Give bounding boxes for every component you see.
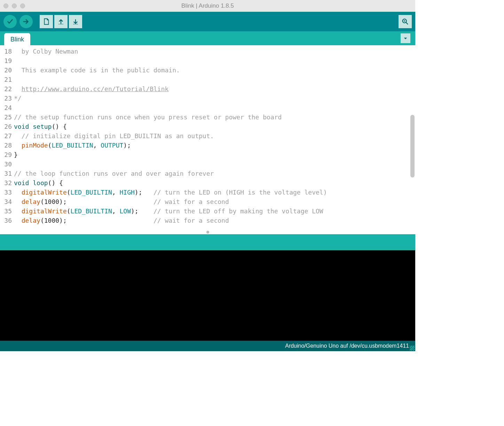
window-titlebar: Blink | Arduino 1.8.5	[0, 0, 415, 12]
code-line[interactable]: digitalWrite(LED_BUILTIN, LOW); // turn …	[14, 206, 415, 216]
code-area[interactable]: by Colby Newman This example code is in …	[14, 45, 415, 234]
new-button[interactable]	[40, 15, 53, 28]
line-number: 30	[0, 159, 12, 169]
code-line[interactable]: // the loop function runs over and over …	[14, 169, 415, 178]
line-number: 25	[0, 112, 12, 122]
code-line[interactable]: http://www.arduino.cc/en/Tutorial/Blink	[14, 84, 415, 94]
code-line[interactable]: delay(1000); // wait for a second	[14, 197, 415, 206]
line-number: 34	[0, 197, 12, 206]
arrow-up-icon	[57, 18, 65, 25]
line-number: 28	[0, 141, 12, 150]
code-line[interactable]	[14, 56, 415, 65]
line-number: 20	[0, 65, 12, 75]
svg-point-1	[404, 20, 405, 22]
code-line[interactable]	[14, 159, 415, 169]
line-number: 26	[0, 122, 12, 131]
chevron-down-icon	[403, 36, 408, 41]
line-number: 32	[0, 178, 12, 188]
message-bar	[0, 234, 415, 250]
serial-monitor-button[interactable]	[399, 15, 412, 28]
line-number-gutter: 18192021222324252627282930313233343536	[0, 45, 14, 234]
check-icon	[6, 18, 14, 25]
tab-bar: Blink	[0, 31, 415, 45]
file-icon	[42, 18, 50, 25]
code-line[interactable]: // initialize digital pin LED_BUILTIN as…	[14, 131, 415, 141]
code-line[interactable]: This example code is in the public domai…	[14, 65, 415, 75]
line-number: 36	[0, 216, 12, 225]
line-number: 23	[0, 94, 12, 103]
code-line[interactable]: by Colby Newman	[14, 47, 415, 56]
code-line[interactable]: void loop() {	[14, 178, 415, 188]
code-line[interactable]: delay(1000); // wait for a second	[14, 216, 415, 225]
line-number: 31	[0, 169, 12, 178]
line-number: 21	[0, 75, 12, 84]
line-number: 35	[0, 206, 12, 216]
line-number: 27	[0, 131, 12, 141]
code-line[interactable]: */	[14, 94, 415, 103]
tab-menu-button[interactable]	[401, 33, 410, 43]
arrow-right-icon	[22, 18, 30, 25]
code-line[interactable]: digitalWrite(LED_BUILTIN, HIGH); // turn…	[14, 188, 415, 197]
vertical-scrollbar[interactable]	[410, 115, 415, 178]
verify-button[interactable]	[3, 15, 17, 28]
upload-button[interactable]	[19, 15, 33, 28]
status-footer: Arduino/Genuino Uno auf /dev/cu.usbmodem…	[0, 341, 415, 351]
code-editor[interactable]: 18192021222324252627282930313233343536 b…	[0, 45, 415, 234]
tab-blink[interactable]: Blink	[4, 33, 30, 45]
open-button[interactable]	[54, 15, 68, 28]
line-number: 22	[0, 84, 12, 94]
code-line[interactable]: }	[14, 150, 415, 159]
line-number: 24	[0, 103, 12, 112]
line-number: 29	[0, 150, 12, 159]
line-number: 19	[0, 56, 12, 65]
resize-grip-icon[interactable]	[410, 346, 415, 350]
code-line[interactable]	[14, 75, 415, 84]
save-button[interactable]	[69, 15, 82, 28]
console-output[interactable]	[0, 250, 415, 341]
arrow-down-icon	[72, 18, 79, 25]
code-line[interactable]: pinMode(LED_BUILTIN, OUTPUT);	[14, 141, 415, 150]
splitter-handle-icon[interactable]	[206, 231, 209, 234]
board-port-label: Arduino/Genuino Uno auf /dev/cu.usbmodem…	[285, 343, 409, 349]
code-line[interactable]	[14, 103, 415, 112]
line-number: 18	[0, 47, 12, 56]
code-line[interactable]: void setup() {	[14, 122, 415, 131]
line-number: 33	[0, 188, 12, 197]
window-title: Blink | Arduino 1.8.5	[0, 2, 415, 9]
code-line[interactable]: // the setup function runs once when you…	[14, 112, 415, 122]
magnifier-icon	[401, 18, 409, 25]
toolbar	[0, 12, 415, 31]
